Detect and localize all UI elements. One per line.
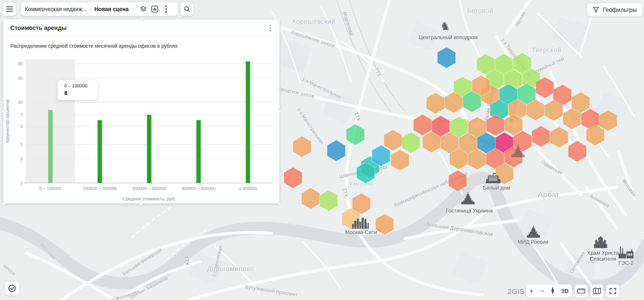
zoom-out-button[interactable]: − [540, 287, 544, 294]
search-icon [184, 6, 190, 12]
kebab-icon [165, 5, 167, 13]
bar-0[interactable] [48, 110, 53, 183]
gov-landmark-icon [484, 173, 502, 185]
filter-funnel-icon [593, 7, 599, 13]
chart-tooltip: 0 – 100000 8 [58, 80, 98, 100]
y-tick-label: 7 [20, 112, 22, 117]
bar-1[interactable] [98, 120, 102, 183]
x-category-label: 100000 – 200000 [83, 186, 117, 191]
plant-landmark-icon [618, 247, 634, 259]
landmark-label: Белый дом [483, 185, 510, 191]
x-category-label: ≥ 400000 [239, 186, 257, 191]
breadcrumb-separator: / [90, 6, 91, 12]
map-canvas[interactable]: Хорошёвское шоссеМаргелова1-я Магистраль… [0, 0, 644, 300]
breadcrumb: Коммерческая недвиж... / Новая сцена [21, 2, 178, 16]
x-axis-title: Средняя стоимость, руб. [122, 196, 176, 201]
breadcrumb-scene[interactable]: Новая сцена [94, 6, 128, 12]
y-tick-label: 3 [20, 142, 22, 147]
landmark-label: Центральный ипподром [419, 34, 478, 40]
menu-button[interactable] [3, 2, 16, 16]
panel-resize-handle[interactable] [278, 18, 281, 21]
landmark-label: ГЭС-2 [618, 260, 634, 266]
y-tick-label: 1 [20, 181, 22, 185]
city-landmark-icon [352, 216, 369, 230]
horse-landmark-icon: ♞ [440, 20, 450, 32]
y-tick-label: 5 [20, 124, 22, 129]
compass-needle-icon [551, 287, 554, 294]
x-category-label: 200000 – 300000 [132, 186, 166, 191]
panel-resize-handle[interactable] [140, 18, 143, 21]
panel-resize-handle[interactable] [140, 202, 143, 205]
tooltip-value: 8 [64, 90, 98, 96]
panel-resize-handle[interactable] [2, 202, 5, 205]
widgets-button[interactable] [149, 3, 160, 15]
tower-landmark-icon [511, 144, 525, 158]
landmark-label: МИД России [518, 239, 548, 245]
fullscreen-button[interactable] [606, 284, 620, 297]
fullscreen-icon [609, 287, 616, 294]
landmark-label: Храм ХристаСпасителя [587, 250, 619, 262]
legend-button[interactable] [590, 284, 604, 297]
tower-landmark-icon [526, 225, 540, 239]
search-button[interactable] [180, 2, 194, 16]
ruler-icon [577, 288, 585, 293]
x-category-label: 300000 – 400000 [182, 186, 216, 191]
landmark-label: Гостиница Украина [446, 208, 493, 214]
clock-icon [8, 284, 16, 292]
folded-map-icon [593, 288, 601, 294]
toolbar-divider [134, 5, 134, 14]
tower-landmark-icon [461, 192, 475, 205]
map-zoom-controls: + − 3D [526, 284, 572, 297]
landmark-label: Москва-Сити [345, 229, 377, 235]
layers-icon [140, 6, 147, 13]
panel-resize-handle[interactable] [2, 18, 5, 21]
breadcrumb-project[interactable]: Коммерческая недвиж... [25, 6, 87, 12]
y-tick-label: 20 [18, 76, 22, 80]
y-tick-label: 30 [18, 61, 22, 66]
layers-button[interactable] [138, 3, 149, 15]
history-button[interactable] [5, 281, 19, 295]
panel-resize-handle[interactable] [2, 110, 5, 113]
panel-resize-handle[interactable] [278, 202, 281, 205]
ruler-button[interactable] [575, 284, 588, 297]
y-tick-label: 10 [18, 100, 22, 105]
geofilters-button[interactable]: Геофильтры [587, 3, 642, 17]
tooltip-category: 0 – 100000 [64, 83, 98, 88]
bar-3[interactable] [196, 120, 201, 183]
bar-4[interactable] [246, 62, 250, 183]
chart-panel: Стоимость аренды Распределение средней с… [3, 19, 280, 203]
cathedral-landmark-icon [593, 236, 608, 249]
y-axis-title: Количество объектов [5, 99, 10, 143]
mode-3d-button[interactable]: 3D [561, 288, 568, 294]
compass-button[interactable] [551, 287, 554, 295]
toolbar-kebab-button[interactable] [160, 3, 172, 15]
panel-resize-handle[interactable] [278, 110, 281, 113]
y-tick-label: 2 [20, 156, 22, 161]
map-attribution-logo: 2GIS [508, 287, 524, 296]
bar-chart: 123571020300 – 100000100000 – 2000002000… [3, 19, 280, 203]
bar-chart-icon [151, 6, 158, 13]
geofilters-label: Геофильтры [603, 7, 637, 14]
zoom-in-button[interactable]: + [529, 287, 533, 294]
bar-2[interactable] [147, 115, 152, 183]
hamburger-icon [6, 6, 13, 12]
x-category-label: 0 – 100000 [39, 186, 61, 191]
